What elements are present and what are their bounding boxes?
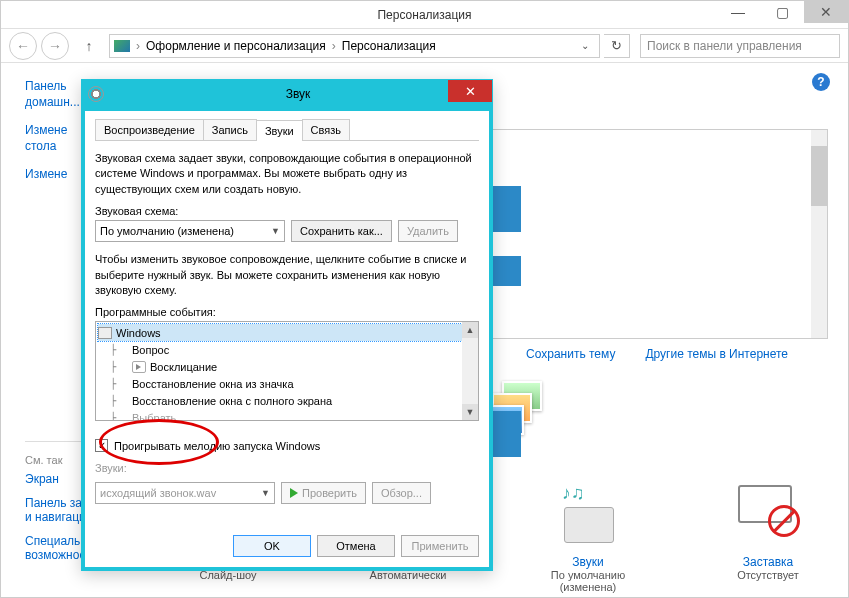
back-button[interactable]: ← — [9, 32, 37, 60]
tree-item-label: Восстановление окна с полного экрана — [132, 395, 332, 407]
events-description: Чтобы изменить звуковое сопровождение, щ… — [95, 252, 479, 298]
sounds-icon — [548, 485, 628, 549]
sounds-link[interactable]: Звуки — [528, 555, 648, 569]
speaker-icon — [88, 86, 104, 102]
close-button[interactable]: ✕ — [804, 1, 848, 23]
startup-sound-label: Проигрывать мелодию запуска Windows — [114, 440, 320, 452]
save-theme-link[interactable]: Сохранить тему — [526, 347, 615, 361]
personalization-window: Персонализация — ▢ ✕ ← → ↑ › Оформление … — [0, 0, 849, 598]
up-button[interactable]: ↑ — [77, 34, 101, 58]
save-as-button[interactable]: Сохранить как... — [291, 220, 392, 242]
themes-scrollbar[interactable] — [811, 130, 827, 338]
dialog-title: Звук — [104, 87, 492, 101]
sound-dialog: Звук ✕ Воспроизведение Запись Звуки Связ… — [81, 79, 493, 571]
scheme-label: Звуковая схема: — [95, 205, 479, 217]
dialog-tabs: Воспроизведение Запись Звуки Связь — [95, 119, 479, 141]
events-label: Программные события: — [95, 306, 479, 318]
address-bar[interactable]: › Оформление и персонализация › Персонал… — [109, 34, 600, 58]
chevron-down-icon: ▼ — [271, 226, 280, 236]
dialog-close-button[interactable]: ✕ — [448, 80, 492, 102]
tree-root-label: Windows — [116, 327, 161, 339]
scroll-down-icon[interactable]: ▼ — [462, 404, 478, 420]
titlebar: Персонализация — ▢ ✕ — [1, 1, 848, 29]
maximize-button[interactable]: ▢ — [760, 1, 804, 23]
tab-playback[interactable]: Воспроизведение — [95, 119, 204, 140]
minimize-button[interactable]: — — [716, 1, 760, 23]
search-input[interactable]: Поиск в панели управления — [640, 34, 840, 58]
windows-icon — [98, 327, 112, 339]
dialog-buttons: OK Отмена Применить — [233, 535, 479, 557]
chevron-down-icon: ▼ — [261, 488, 270, 498]
forward-button[interactable]: → — [41, 32, 69, 60]
tab-communications[interactable]: Связь — [302, 119, 350, 140]
cancel-button[interactable]: Отмена — [317, 535, 395, 557]
sound-file-select: исходящий звонок.wav ▼ — [95, 482, 275, 504]
tree-item[interactable]: ├ Вопрос — [98, 341, 476, 358]
tree-item[interactable]: ├ Восклицание — [98, 358, 476, 375]
browse-button: Обзор... — [372, 482, 431, 504]
sounds-label: Звуки: — [95, 462, 479, 474]
scheme-select[interactable]: По умолчанию (изменена) ▼ — [95, 220, 285, 242]
address-dropdown-icon[interactable]: ⌄ — [575, 40, 595, 51]
screensaver-item[interactable]: Заставка Отсутствует — [708, 485, 828, 593]
breadcrumb-sep: › — [136, 39, 140, 53]
tree-item[interactable]: ├ Выбрать — [98, 409, 476, 421]
startup-sound-checkbox[interactable]: ✓ — [95, 439, 108, 452]
other-themes-link[interactable]: Другие темы в Интернете — [645, 347, 788, 361]
sound-file-value: исходящий звонок.wav — [100, 487, 216, 499]
ok-button[interactable]: OK — [233, 535, 311, 557]
sounds-sub: По умолчанию (изменена) — [528, 569, 648, 593]
screensaver-sub: Отсутствует — [708, 569, 828, 581]
tree-scrollbar[interactable]: ▲ ▼ — [462, 322, 478, 420]
tree-item-label: Вопрос — [132, 344, 169, 356]
test-button-label: Проверить — [302, 487, 357, 499]
control-panel-icon — [114, 40, 130, 52]
sound-event-icon — [132, 361, 146, 373]
play-icon — [290, 488, 298, 498]
sounds-row: исходящий звонок.wav ▼ Проверить Обзор..… — [95, 482, 479, 504]
scheme-value: По умолчанию (изменена) — [100, 225, 234, 237]
window-controls: — ▢ ✕ — [716, 1, 848, 23]
scrollbar-thumb[interactable] — [811, 146, 827, 206]
scheme-row: По умолчанию (изменена) ▼ Сохранить как.… — [95, 220, 479, 242]
tab-sounds[interactable]: Звуки — [256, 120, 303, 141]
refresh-button[interactable]: ↻ — [604, 34, 630, 58]
tree-item-label: Восстановление окна из значка — [132, 378, 294, 390]
tab-recording[interactable]: Запись — [203, 119, 257, 140]
scroll-up-icon[interactable]: ▲ — [462, 322, 478, 338]
tree-item[interactable]: ├ Восстановление окна с полного экрана — [98, 392, 476, 409]
startup-sound-row: ✓ Проигрывать мелодию запуска Windows — [95, 439, 479, 452]
screensaver-icon — [728, 485, 808, 549]
breadcrumb-sep: › — [332, 39, 336, 53]
events-tree[interactable]: Windows ├ Вопрос ├ Восклицание ├ Восстан… — [95, 321, 479, 421]
search-placeholder: Поиск в панели управления — [647, 39, 802, 53]
scheme-description: Звуковая схема задает звуки, сопровождаю… — [95, 151, 479, 197]
tree-item-label: Восклицание — [150, 361, 217, 373]
toolbar: ← → ↑ › Оформление и персонализация › Пе… — [1, 29, 848, 63]
breadcrumb-item[interactable]: Персонализация — [342, 39, 436, 53]
tree-item[interactable]: ├ Восстановление окна из значка — [98, 375, 476, 392]
dialog-body: Воспроизведение Запись Звуки Связь Звуко… — [85, 111, 489, 567]
tree-root[interactable]: Windows — [98, 324, 476, 341]
apply-button: Применить — [401, 535, 479, 557]
breadcrumb-item[interactable]: Оформление и персонализация — [146, 39, 326, 53]
sounds-item[interactable]: Звуки По умолчанию (изменена) — [528, 485, 648, 593]
delete-button: Удалить — [398, 220, 458, 242]
tree-item-label: Выбрать — [132, 412, 176, 422]
dialog-titlebar[interactable]: Звук ✕ — [82, 80, 492, 108]
dialog-inner: Воспроизведение Запись Звуки Связь Звуко… — [82, 108, 492, 570]
screensaver-link[interactable]: Заставка — [708, 555, 828, 569]
test-button: Проверить — [281, 482, 366, 504]
